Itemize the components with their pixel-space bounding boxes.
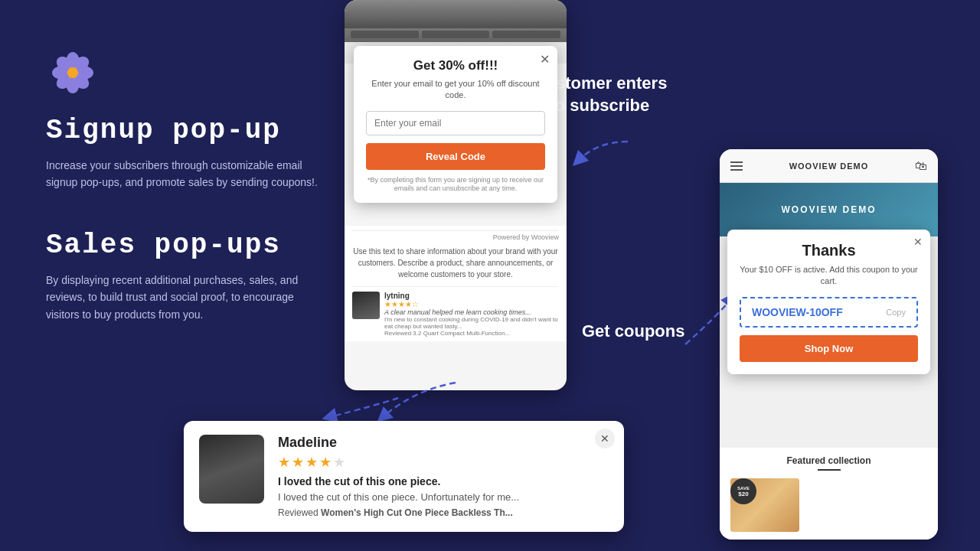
popup-close-icon[interactable]: ✕ bbox=[540, 52, 550, 67]
popup-subtitle: Enter your email to get your 10% off dis… bbox=[366, 78, 545, 102]
popup-disclaimer: *By completing this form you are signing… bbox=[366, 176, 545, 194]
star-1: ★ bbox=[278, 454, 290, 471]
review-product-ref: Reviewed Women's High Cut One Piece Back… bbox=[278, 507, 609, 518]
review-mini-author: lytning bbox=[384, 292, 559, 300]
review-content: Madeline ★ ★ ★ ★ ★ I loved the cut of th… bbox=[278, 435, 609, 518]
save-badge: SAVE $20 bbox=[730, 478, 756, 504]
review-product-image bbox=[199, 435, 264, 504]
coupon-code-box: WOOVIEW-10OFF Copy bbox=[740, 297, 918, 328]
coupon-code: WOOVIEW-10OFF bbox=[752, 306, 843, 318]
featured-title: Featured collection bbox=[730, 455, 927, 466]
signup-title: Signup pop-up bbox=[46, 115, 345, 146]
review-body: I loved the cut of this one piece. Unfor… bbox=[278, 491, 609, 504]
sales-desc: By displaying recent additional purchase… bbox=[46, 272, 329, 323]
coupon-popup: ✕ Thanks Your $10 OFF is active. Add thi… bbox=[727, 230, 930, 374]
left-section: Signup pop-up Increase your subscribers … bbox=[46, 46, 345, 323]
reveal-code-button[interactable]: Reveal Code bbox=[366, 143, 545, 170]
star-rating: ★ ★ ★ ★ ★ bbox=[278, 454, 609, 471]
reviewed-label: Reviewed bbox=[278, 507, 318, 518]
star-4: ★ bbox=[319, 454, 332, 471]
review-popup-close-icon[interactable]: ✕ bbox=[595, 429, 615, 448]
popup-title: Get 30% off!!! bbox=[366, 58, 545, 73]
signup-desc: Increase your subscribers through custom… bbox=[46, 157, 329, 191]
right-phone: WOOVIEW DEMO 🛍 WOOVIEW DEMO ✕ Thanks You… bbox=[720, 149, 938, 540]
hamburger-icon[interactable] bbox=[730, 161, 743, 171]
right-phone-nav: WOOVIEW DEMO 🛍 bbox=[720, 149, 938, 183]
shop-now-button[interactable]: Shop Now bbox=[740, 335, 918, 362]
phone-body-text: Use this text to share information about… bbox=[352, 246, 559, 280]
hero-text: WOOVIEW DEMO bbox=[782, 204, 877, 215]
center-phone: 🔒 wooviewdemo.myshopify.com ✕ Get 30% of… bbox=[345, 0, 567, 390]
copy-label[interactable]: Copy bbox=[886, 308, 906, 317]
svg-point-9 bbox=[67, 67, 78, 78]
email-input[interactable] bbox=[366, 111, 545, 135]
logo-flower-icon bbox=[46, 46, 100, 99]
cart-icon[interactable]: 🛍 bbox=[915, 159, 927, 173]
featured-collection: Featured collection SAVE $20 bbox=[720, 448, 938, 540]
right-phone-hero: WOOVIEW DEMO bbox=[720, 183, 938, 236]
reviewer-name: Madeline bbox=[278, 435, 609, 451]
review-headline: I loved the cut of this one piece. bbox=[278, 475, 609, 487]
star-2: ★ bbox=[292, 454, 304, 471]
coupon-close-icon[interactable]: ✕ bbox=[913, 236, 923, 248]
review-mini-body: I'm new to constant cooking during COVID… bbox=[384, 316, 559, 330]
review-popup: ✕ Madeline ★ ★ ★ ★ ★ I loved the cut of … bbox=[184, 421, 624, 532]
review-mini-product: Reviewed 3.2 Quart Compact Multi-Functio… bbox=[384, 330, 559, 337]
sales-title: Sales pop-ups bbox=[46, 230, 345, 261]
featured-divider bbox=[818, 469, 841, 471]
coupon-desc: Your $10 OFF is active. Add this coupon … bbox=[740, 264, 918, 288]
coupon-title: Thanks bbox=[740, 242, 918, 259]
powered-by: Powered by Wooview bbox=[352, 230, 559, 241]
annotation-coupons: Get coupons bbox=[582, 321, 684, 341]
signup-popup: ✕ Get 30% off!!! Enter your email to get… bbox=[354, 46, 557, 203]
star-3: ★ bbox=[305, 454, 318, 471]
featured-item: SAVE $20 bbox=[730, 478, 927, 532]
star-5: ★ bbox=[333, 454, 345, 471]
review-mini-title: A clear manual helped me learn cooking t… bbox=[384, 308, 559, 316]
nav-title: WOOVIEW DEMO bbox=[789, 161, 869, 171]
review-product-name: Women's High Cut One Piece Backless Th..… bbox=[321, 507, 513, 518]
